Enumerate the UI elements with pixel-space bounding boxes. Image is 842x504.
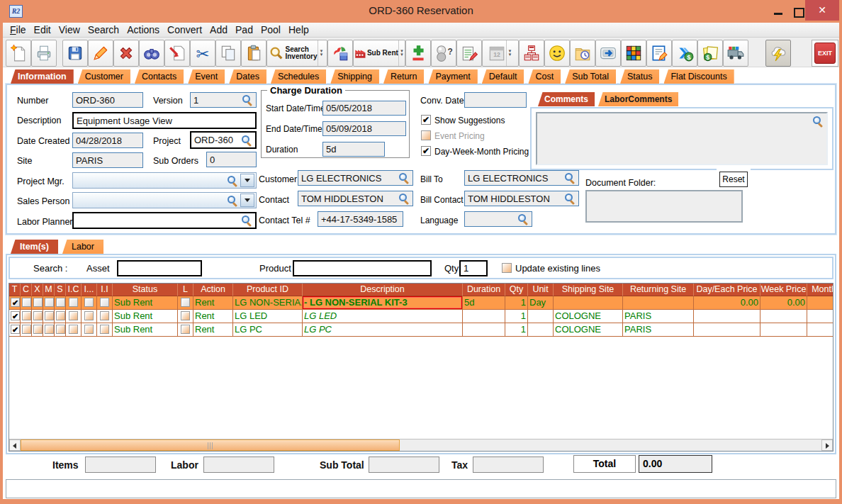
cell-action-1[interactable]: Rent — [193, 296, 233, 310]
tab-comments[interactable]: Comments — [537, 91, 595, 106]
cell-dur-1[interactable]: 5d — [463, 296, 505, 310]
cell-pid-2[interactable]: LG LED — [233, 310, 303, 323]
row-checkbox-i2[interactable] — [84, 325, 94, 334]
cell-x-2[interactable] — [32, 310, 43, 323]
quote-button[interactable] — [765, 40, 791, 67]
tab-laborcomments[interactable]: LaborComments — [597, 91, 679, 106]
cell-dayprice-2[interactable] — [694, 310, 760, 323]
row-checkbox-x[interactable] — [33, 298, 43, 307]
column-header-unit[interactable]: Unit — [528, 284, 554, 296]
row-checkbox-c[interactable] — [22, 325, 31, 334]
maximize-button[interactable] — [790, 6, 807, 18]
cell-c-3[interactable] — [21, 323, 32, 337]
cell-i2-3[interactable] — [82, 323, 97, 337]
tab-return[interactable]: Return — [383, 69, 425, 84]
tab-customer[interactable]: Customer — [77, 69, 131, 84]
row-checkbox-x[interactable] — [33, 311, 43, 320]
cell-month-3[interactable] — [807, 323, 833, 337]
product-field[interactable] — [293, 260, 432, 276]
cell-l-2[interactable] — [178, 310, 193, 323]
cell-desc-1[interactable]: - LG NON-SERIAL KIT-3 — [303, 296, 463, 310]
cell-t-1[interactable]: ✔ — [9, 296, 21, 310]
row-checkbox-ic[interactable] — [69, 298, 78, 307]
language-search-icon[interactable] — [517, 213, 529, 225]
row-checkbox-m[interactable] — [45, 311, 54, 320]
row-checkbox-ic[interactable] — [69, 311, 78, 320]
cell-t-3[interactable]: ✔ — [9, 323, 21, 337]
menu-help[interactable]: Help — [288, 24, 309, 35]
column-header-c[interactable]: C — [21, 284, 32, 296]
sub-orders-field[interactable]: 0 — [206, 152, 257, 167]
cell-c-1[interactable] — [21, 296, 32, 310]
tab-schedules[interactable]: Schedules — [270, 69, 327, 84]
version-search-icon[interactable] — [242, 94, 253, 106]
asset-field[interactable] — [117, 260, 202, 276]
column-header-m[interactable]: M — [43, 284, 55, 296]
row-checkbox-t[interactable]: ✔ — [11, 325, 20, 334]
print-button[interactable] — [31, 40, 57, 67]
cell-status-3[interactable]: Sub Rent — [113, 323, 178, 337]
column-header-status[interactable]: Status — [113, 284, 178, 296]
cell-qty-2[interactable]: 1 — [505, 310, 528, 323]
customer-search-icon[interactable] — [398, 172, 410, 184]
edit-button[interactable] — [88, 40, 113, 67]
dwm-pricing-checkbox[interactable]: ✔ — [421, 146, 431, 156]
column-header-s[interactable]: S — [55, 284, 66, 296]
table-row-3[interactable]: ✔Sub RentRentLG PCLG PC1COLOGNEPARIS — [9, 323, 833, 337]
tab-labor[interactable]: Labor — [62, 239, 104, 254]
cell-l-3[interactable] — [178, 323, 193, 337]
cell-ret-2[interactable]: PARIS — [623, 310, 694, 323]
column-header-dur[interactable]: Duration — [463, 284, 505, 296]
copy-button[interactable] — [215, 40, 241, 67]
duration-field[interactable]: 5d — [322, 142, 385, 157]
column-header-dayprice[interactable]: Day/Each Price — [694, 284, 760, 296]
column-header-action[interactable]: Action — [193, 284, 233, 296]
table-row-1[interactable]: ✔Sub RentRentLG NON-SERIA...- LG NON-SER… — [9, 296, 833, 310]
row-checkbox-ii[interactable] — [100, 325, 109, 334]
cell-ii-2[interactable] — [97, 310, 113, 323]
cell-weekprice-1[interactable]: 0.00 — [760, 296, 807, 310]
cube-button[interactable] — [621, 40, 646, 67]
version-field[interactable]: 1 — [190, 92, 257, 108]
column-header-pid[interactable]: Product ID — [233, 284, 303, 296]
bill-contact-search-icon[interactable] — [564, 193, 576, 204]
column-header-qty[interactable]: Qty — [505, 284, 528, 296]
row-checkbox-c[interactable] — [22, 298, 31, 307]
contact-search-icon[interactable] — [398, 193, 410, 204]
row-checkbox-t[interactable]: ✔ — [11, 298, 20, 307]
row-checkbox-s[interactable] — [56, 298, 65, 307]
cell-x-3[interactable] — [32, 323, 43, 337]
tab-item-s-[interactable]: Item(s) — [10, 239, 59, 254]
project-field[interactable]: ORD-360 — [190, 131, 257, 149]
row-checkbox-s[interactable] — [56, 325, 65, 334]
cell-ship-3[interactable]: COLOGNE — [554, 323, 623, 337]
transfer-button[interactable] — [164, 40, 190, 67]
cell-qty-1[interactable]: 1 — [505, 296, 528, 310]
menu-edit[interactable]: Edit — [34, 24, 51, 35]
search-inventory-button-dropdown-icon[interactable]: ▼▼ — [318, 40, 325, 66]
cell-month-1[interactable] — [807, 296, 833, 310]
find-button[interactable] — [139, 40, 164, 67]
minimize-button[interactable] — [770, 6, 787, 18]
date-created-field[interactable]: 04/28/2018 — [72, 133, 143, 148]
menu-pad[interactable]: Pad — [235, 24, 253, 35]
row-checkbox-ii[interactable] — [100, 311, 109, 320]
language-field[interactable] — [464, 211, 532, 227]
column-header-ii[interactable]: I.I — [97, 284, 113, 296]
cell-l-1[interactable] — [178, 296, 193, 310]
cell-m-1[interactable] — [43, 296, 55, 310]
cell-unit-3[interactable] — [528, 323, 554, 337]
menu-view[interactable]: View — [59, 24, 80, 35]
row-checkbox-l[interactable] — [181, 311, 190, 320]
table-row-2[interactable]: ✔Sub RentRentLG LEDLG LED1COLOGNEPARIS — [9, 310, 833, 323]
cell-unit-2[interactable] — [528, 310, 554, 323]
bill-to-search-icon[interactable] — [564, 172, 576, 184]
project-search-icon[interactable] — [241, 135, 252, 146]
menu-actions[interactable]: Actions — [127, 24, 159, 35]
delete-button[interactable] — [113, 40, 139, 67]
show-suggestions-checkbox[interactable]: ✔ — [421, 115, 431, 125]
cell-i2-2[interactable] — [82, 310, 97, 323]
site-field[interactable]: PARIS — [72, 152, 143, 168]
row-checkbox-ii[interactable] — [100, 298, 109, 307]
column-header-x[interactable]: X — [32, 284, 43, 296]
